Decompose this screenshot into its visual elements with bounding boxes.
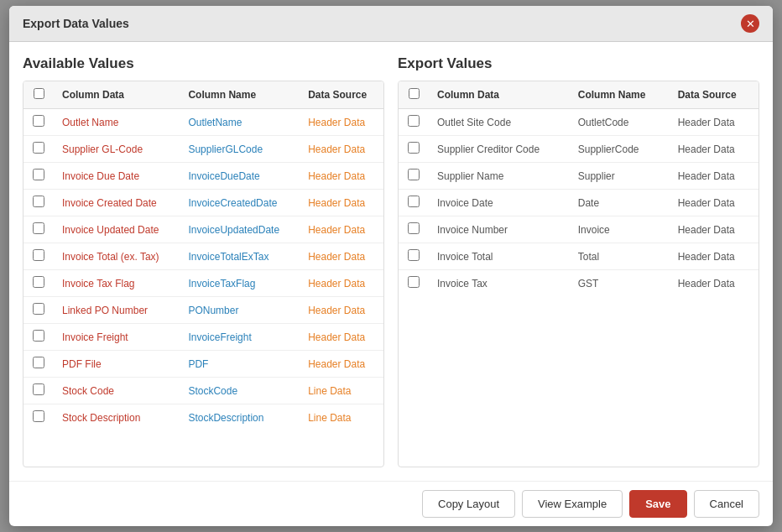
available-row-checkbox-10[interactable] — [33, 383, 44, 395]
available-select-all-checkbox[interactable] — [34, 88, 44, 99]
available-col-name-cell[interactable]: SupplierGLCode — [180, 136, 300, 163]
available-row-checkbox-9[interactable] — [33, 357, 44, 368]
export-table-row: Supplier Name Supplier Header Data — [399, 163, 759, 190]
close-button[interactable]: ✕ — [741, 14, 759, 33]
available-col-name-cell[interactable]: StockCode — [180, 378, 300, 404]
available-row-checkbox-1[interactable] — [33, 142, 44, 154]
export-row-checkbox-6[interactable] — [408, 276, 420, 288]
available-col-name-cell[interactable]: PDF — [180, 351, 300, 378]
available-values-table-container[interactable]: Column Data Column Name Data Source Outl… — [23, 81, 384, 467]
export-select-all-checkbox[interactable] — [409, 88, 420, 99]
export-col-data-cell: Supplier Name — [429, 163, 570, 190]
available-col-source-cell: Header Data — [300, 163, 383, 190]
export-table-row: Invoice Date Date Header Data — [399, 190, 759, 216]
export-values-table-container[interactable]: Column Data Column Name Data Source Outl… — [398, 81, 759, 467]
available-row-checkbox-6[interactable] — [33, 276, 44, 288]
available-row-checkbox-cell[interactable] — [23, 270, 54, 297]
export-row-checkbox-3[interactable] — [408, 196, 420, 207]
export-row-checkbox-0[interactable] — [408, 115, 420, 127]
export-col-name-cell: GST — [570, 270, 670, 297]
export-col-source-cell: Header Data — [670, 136, 759, 163]
available-col-data-cell[interactable]: Stock Description — [54, 404, 180, 431]
available-table-row: Stock Description StockDescription Line … — [23, 404, 383, 431]
available-col-data-cell[interactable]: Stock Code — [54, 378, 180, 404]
view-example-button[interactable]: View Example — [522, 490, 623, 518]
available-table-row: PDF File PDF Header Data — [23, 351, 383, 378]
available-row-checkbox-8[interactable] — [33, 330, 44, 342]
export-row-checkbox-cell[interactable] — [399, 109, 429, 136]
available-row-checkbox-cell[interactable] — [23, 216, 54, 243]
available-row-checkbox-2[interactable] — [33, 169, 44, 180]
export-row-checkbox-5[interactable] — [408, 249, 420, 261]
available-row-checkbox-5[interactable] — [33, 249, 44, 261]
cancel-button[interactable]: Cancel — [694, 490, 759, 518]
available-row-checkbox-cell[interactable] — [23, 136, 54, 163]
available-col-data-cell[interactable]: PDF File — [54, 351, 180, 378]
available-row-checkbox-cell[interactable] — [23, 190, 54, 216]
available-row-checkbox-0[interactable] — [33, 115, 44, 127]
available-col-data-cell[interactable]: Invoice Total (ex. Tax) — [54, 243, 180, 270]
available-col-name-cell[interactable]: InvoiceTaxFlag — [180, 270, 300, 297]
available-row-checkbox-cell[interactable] — [23, 378, 54, 404]
export-row-checkbox-cell[interactable] — [399, 270, 429, 297]
export-table-row: Invoice Number Invoice Header Data — [399, 216, 759, 243]
available-row-checkbox-cell[interactable] — [23, 297, 54, 324]
available-col-name-cell[interactable]: InvoiceFreight — [180, 324, 300, 351]
available-col-data-cell[interactable]: Outlet Name — [54, 109, 180, 136]
export-values-table: Column Data Column Name Data Source Outl… — [399, 81, 759, 296]
available-col-data-cell[interactable]: Invoice Updated Date — [54, 216, 180, 243]
modal: Export Data Values ✕ Available Values — [9, 6, 773, 526]
available-col-name-cell[interactable]: OutletName — [180, 109, 300, 136]
export-table-row: Supplier Creditor Code SupplierCode Head… — [399, 136, 759, 163]
export-row-checkbox-cell[interactable] — [399, 190, 429, 216]
available-col-name-cell[interactable]: PONumber — [180, 297, 300, 324]
available-col-data-cell[interactable]: Invoice Created Date — [54, 190, 180, 216]
available-col-name-cell[interactable]: InvoiceTotalExTax — [180, 243, 300, 270]
available-col-name-cell[interactable]: StockDescription — [180, 404, 300, 431]
available-col-data-cell[interactable]: Invoice Due Date — [54, 163, 180, 190]
available-row-checkbox-cell[interactable] — [23, 324, 54, 351]
export-col-source-cell: Header Data — [670, 270, 759, 297]
available-table-row: Invoice Total (ex. Tax) InvoiceTotalExTa… — [23, 243, 383, 270]
available-row-checkbox-11[interactable] — [33, 410, 44, 422]
available-row-checkbox-3[interactable] — [33, 196, 44, 207]
export-col-source-cell: Header Data — [670, 163, 759, 190]
available-col-name-cell[interactable]: InvoiceUpdatedDate — [180, 216, 300, 243]
available-col-name-cell[interactable]: InvoiceCreatedDate — [180, 190, 300, 216]
available-row-checkbox-cell[interactable] — [23, 404, 54, 431]
export-row-checkbox-cell[interactable] — [399, 136, 429, 163]
export-row-checkbox-4[interactable] — [408, 222, 420, 234]
available-col-source-cell: Header Data — [300, 109, 383, 136]
available-row-checkbox-cell[interactable] — [23, 163, 54, 190]
available-row-checkbox-cell[interactable] — [23, 243, 54, 270]
copy-layout-button[interactable]: Copy Layout — [422, 490, 515, 518]
export-row-checkbox-cell[interactable] — [399, 163, 429, 190]
available-col-data-cell[interactable]: Invoice Tax Flag — [54, 270, 180, 297]
available-col-name-cell[interactable]: InvoiceDueDate — [180, 163, 300, 190]
available-row-checkbox-cell[interactable] — [23, 351, 54, 378]
available-values-title: Available Values — [23, 55, 384, 72]
available-row-checkbox-4[interactable] — [33, 222, 44, 234]
available-row-checkbox-cell[interactable] — [23, 109, 54, 136]
available-table-row: Supplier GL-Code SupplierGLCode Header D… — [23, 136, 383, 163]
export-col-data-cell: Outlet Site Code — [429, 109, 570, 136]
export-row-checkbox-cell[interactable] — [399, 216, 429, 243]
available-col-data-cell[interactable]: Invoice Freight — [54, 324, 180, 351]
export-table-header-row: Column Data Column Name Data Source — [399, 81, 759, 109]
available-table-row: Linked PO Number PONumber Header Data — [23, 297, 383, 324]
export-row-checkbox-1[interactable] — [408, 142, 420, 154]
save-button[interactable]: Save — [629, 490, 686, 518]
export-row-checkbox-cell[interactable] — [399, 243, 429, 270]
available-col-source-cell: Header Data — [300, 216, 383, 243]
export-col-data-cell: Invoice Total — [429, 243, 570, 270]
close-icon: ✕ — [746, 18, 755, 29]
export-col-data-cell: Invoice Date — [429, 190, 570, 216]
available-col-data-cell[interactable]: Linked PO Number — [54, 297, 180, 324]
export-row-checkbox-2[interactable] — [408, 169, 420, 180]
export-col-checkbox-header — [399, 81, 429, 109]
available-row-checkbox-7[interactable] — [33, 303, 44, 315]
available-table-row: Invoice Freight InvoiceFreight Header Da… — [23, 324, 383, 351]
available-col-source-cell: Line Data — [300, 404, 383, 431]
available-col-data-cell[interactable]: Supplier GL-Code — [54, 136, 180, 163]
modal-overlay: Export Data Values ✕ Available Values — [0, 0, 782, 532]
